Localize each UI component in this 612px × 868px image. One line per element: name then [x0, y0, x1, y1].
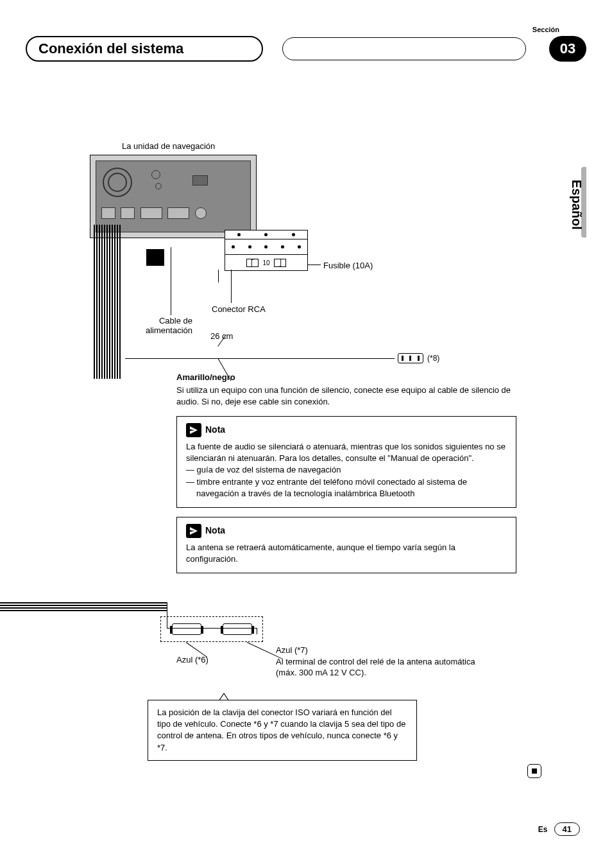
amarillo-text: Si utiliza un equipo con una función de … — [176, 385, 516, 407]
fuse-value: 10 — [262, 259, 269, 266]
port-row — [101, 207, 245, 225]
azul7-label: Azul (*7) — [276, 645, 488, 656]
plug-illustration — [146, 249, 164, 266]
note1-title: Nota — [205, 424, 225, 437]
end-section-icon — [527, 764, 541, 778]
power-cable-label-2: alimentación — [135, 326, 192, 335]
note2-p1: La antena se retraerá automáticamente, a… — [186, 542, 507, 565]
connector-chip-icon — [223, 623, 252, 635]
amarillo-negro-block: Amarillo/negro Si utiliza un equipo con … — [176, 372, 516, 573]
note-icon — [186, 423, 201, 437]
iso-box-text: La posición de la clavija del conector I… — [157, 707, 405, 752]
note2-title: Nota — [205, 525, 225, 537]
blue-connectors-area: Azul (*6) Azul (*7) Al terminal de contr… — [115, 616, 500, 642]
ref8-label: (*8) — [427, 354, 439, 363]
port-circle-icon — [151, 170, 160, 179]
fuse-label: Fusible (10A) — [323, 261, 373, 270]
page-number: 41 — [554, 822, 580, 836]
note-box-2: Nota La antena se retraerá automáticamen… — [176, 517, 516, 573]
connector-chip-icon — [172, 623, 201, 635]
connector-chip-icon — [398, 353, 423, 363]
footer-language: Es — [538, 825, 548, 834]
nav-unit-label: La unidad de navegación — [122, 141, 513, 151]
page-title: Conexión del sistema — [26, 36, 263, 62]
power-cable-label-1: Cable de — [135, 316, 192, 326]
section-label: Sección — [532, 26, 559, 33]
ref8-row: (*8) — [398, 353, 439, 363]
callout-pointer-icon — [219, 693, 229, 700]
port-rect-icon — [192, 175, 208, 186]
section-number-badge: 03 — [549, 36, 586, 62]
amarillo-heading: Amarillo/negro — [176, 372, 516, 382]
language-vertical-label: Español — [569, 180, 584, 230]
wiring-diagram: La unidad de navegación ⎡ 10 ⎦ Fusible (… — [38, 141, 513, 238]
header-divider-pill — [282, 37, 526, 60]
speaker-icon — [103, 168, 132, 197]
wire-bundle — [94, 225, 122, 379]
iso-note-box: La posición de la clavija del conector I… — [148, 700, 417, 761]
azul6-label: Azul (*6) — [176, 655, 208, 664]
page-header: Sección Conexión del sistema 03 — [26, 27, 586, 58]
note1-p1: La fuente de audio se silenciará o atenu… — [186, 441, 507, 464]
note-box-1: Nota La fuente de audio se silenciará o … — [176, 416, 516, 508]
rca-label: Conector RCA — [212, 304, 266, 314]
azul7-desc: Al terminal de control del relé de la an… — [276, 656, 488, 679]
note-icon — [186, 524, 201, 538]
port-circle-small-icon — [155, 183, 162, 189]
page-footer: Es 41 — [538, 822, 580, 836]
fuse-illustration: ⎡ 10 ⎦ — [225, 230, 308, 271]
iso-connector-dashed — [160, 616, 263, 642]
note1-li1: — guía de voz del sistema de navegación — [186, 464, 507, 476]
note1-li2: — timbre entrante y voz entrante del tel… — [186, 476, 507, 499]
